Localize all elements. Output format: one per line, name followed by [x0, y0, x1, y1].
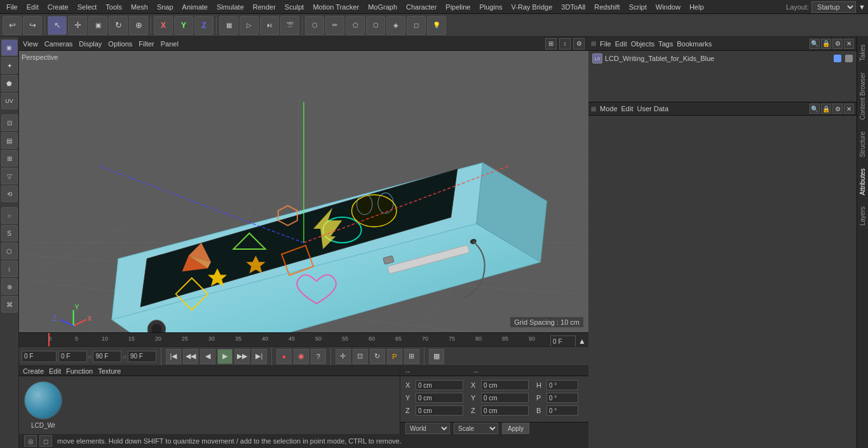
vp-nav-display[interactable]: Display [79, 40, 102, 48]
mat-create[interactable]: Create [23, 367, 44, 375]
menu-sculpt[interactable]: Sculpt [281, 2, 308, 12]
z-axis-button[interactable]: Z [194, 16, 214, 35]
menu-vray[interactable]: V-Ray Bridge [508, 2, 557, 12]
polygon-mode-button[interactable]: ⬟ [1, 75, 18, 92]
spline-button[interactable]: ◻ [407, 16, 426, 35]
light-button[interactable]: 💡 [427, 16, 446, 35]
loop-button[interactable]: ↻ [370, 349, 385, 364]
vp-arrange-button[interactable]: ↕ [559, 38, 571, 50]
lt-btn-14[interactable]: ⊕ [1, 278, 18, 295]
menu-window[interactable]: Window [652, 2, 684, 12]
menu-help[interactable]: Help [686, 2, 708, 12]
mat-texture[interactable]: Texture [98, 367, 121, 375]
menu-simulate[interactable]: Simulate [213, 2, 248, 12]
go-start-button[interactable]: |◀ [166, 349, 181, 364]
size-h-input[interactable] [546, 380, 578, 390]
lt-btn-5[interactable]: ⊡ [1, 114, 18, 131]
lt-btn-6[interactable]: ▤ [1, 132, 18, 149]
start-frame-input[interactable] [22, 351, 57, 362]
mode-btn-1[interactable]: ◎ [24, 435, 37, 447]
menu-character[interactable]: Character [402, 2, 440, 12]
magnet-button[interactable]: ◈ [386, 16, 405, 35]
lt-btn-8[interactable]: ▽ [1, 168, 18, 184]
render-output-button[interactable]: 🎬 [280, 16, 299, 35]
move-tool-button[interactable]: ✛ [68, 16, 87, 35]
lt-btn-15[interactable]: ⌘ [1, 296, 18, 313]
select-tool-button[interactable]: ↖ [48, 16, 67, 35]
move-key-button[interactable]: ✛ [336, 349, 351, 364]
obj-bookmarks[interactable]: Bookmarks [677, 40, 712, 48]
layout-select[interactable]: Startup [811, 1, 856, 13]
vp-nav-view[interactable]: View [23, 40, 38, 48]
vp-nav-filter[interactable]: Filter [139, 40, 154, 48]
vtab-content-browser[interactable]: Content Browser [858, 67, 867, 125]
obj-objects[interactable]: Objects [631, 40, 654, 48]
menu-snap[interactable]: Snap [153, 2, 177, 12]
menu-select[interactable]: Select [74, 2, 101, 12]
menu-plugins[interactable]: Plugins [475, 2, 506, 12]
end-frame2-field[interactable] [128, 351, 156, 362]
vtab-attributes[interactable]: Attributes [858, 163, 867, 200]
attr-search-button[interactable]: 🔍 [810, 104, 820, 114]
uv-mode-button[interactable]: UV [1, 93, 18, 109]
record-button[interactable]: ● [276, 349, 292, 364]
lt-btn-7[interactable]: ⊞ [1, 150, 18, 166]
attr-gear-button[interactable]: ⚙ [832, 104, 843, 114]
vp-nav-panel[interactable]: Panel [161, 40, 179, 48]
mat-sphere[interactable] [24, 381, 62, 419]
world-select[interactable]: World [405, 423, 450, 434]
vp-settings-button[interactable]: ⚙ [573, 38, 585, 50]
mat-function[interactable]: Function [66, 367, 93, 375]
timeline-ruler[interactable]: 0 5 10 15 20 25 30 35 40 45 50 55 60 65 … [19, 332, 588, 346]
cube-view-button[interactable]: ⬡ [305, 16, 324, 35]
vp-nav-cameras[interactable]: Cameras [44, 40, 73, 48]
menu-3dtoall[interactable]: 3DToAll [557, 2, 589, 12]
current-frame-field[interactable] [58, 351, 87, 362]
vp-maximize-button[interactable]: ⊞ [545, 38, 557, 50]
record-all-button[interactable]: ◉ [294, 349, 309, 364]
go-end-button[interactable]: ▶| [252, 349, 267, 364]
size-p-input[interactable] [546, 393, 578, 403]
lt-btn-9[interactable]: ⟲ [1, 186, 18, 202]
obj-file[interactable]: File [600, 40, 611, 48]
render-region-button[interactable]: ▦ [219, 16, 238, 35]
draw-tool-button[interactable]: ✏ [325, 16, 344, 35]
render-button[interactable]: ⏯ [260, 16, 279, 35]
step-forward-button[interactable]: ▶▶ [234, 349, 250, 364]
obj-search-button[interactable]: 🔍 [810, 39, 820, 49]
layout-arrow[interactable]: ▼ [858, 3, 865, 11]
vtab-takes[interactable]: Takes [858, 39, 867, 66]
scale-key-button[interactable]: ⊡ [353, 349, 368, 364]
apply-button[interactable]: Apply [502, 423, 529, 434]
menu-redshift[interactable]: Redshift [590, 2, 623, 12]
lt-btn-10[interactable]: ○ [1, 207, 18, 224]
obj-edit[interactable]: Edit [615, 40, 627, 48]
size-b-input[interactable] [546, 405, 578, 416]
step-back-button[interactable]: ◀◀ [183, 349, 198, 364]
keyframe-grid-button[interactable]: ⊞ [404, 349, 419, 364]
vtab-layers[interactable]: Layers [858, 201, 867, 231]
select-all-button[interactable]: ⬡ [366, 16, 385, 35]
obj-item-dot1[interactable] [834, 55, 841, 62]
x-axis-button[interactable]: X [154, 16, 173, 35]
motion-clip-button[interactable]: ▦ [429, 349, 444, 364]
undo-button[interactable]: ↩ [3, 16, 22, 35]
play-back-button[interactable]: ◀ [200, 349, 215, 364]
scale-tool-button[interactable]: ▣ [88, 16, 107, 35]
pos-y-input[interactable] [416, 393, 463, 403]
menu-script[interactable]: Script [625, 2, 651, 12]
attr-lock-button[interactable]: 🔒 [821, 104, 831, 114]
polygon-tool-button[interactable]: ⬠ [346, 16, 365, 35]
pos-z-input[interactable] [416, 405, 463, 416]
rot-z-input[interactable] [481, 405, 529, 416]
menu-pipeline[interactable]: Pipeline [442, 2, 474, 12]
autokey-button[interactable]: P [387, 349, 402, 364]
transform-tool-button[interactable]: ⊕ [129, 16, 148, 35]
obj-close-button[interactable]: ✕ [844, 39, 854, 49]
menu-mesh[interactable]: Mesh [127, 2, 152, 12]
vp-nav-options[interactable]: Options [108, 40, 132, 48]
mat-item[interactable]: LCD_Wr [24, 381, 62, 429]
menu-animate[interactable]: Animate [179, 2, 212, 12]
redo-button[interactable]: ↪ [23, 16, 42, 35]
lt-btn-12[interactable]: ⬡ [1, 243, 18, 259]
